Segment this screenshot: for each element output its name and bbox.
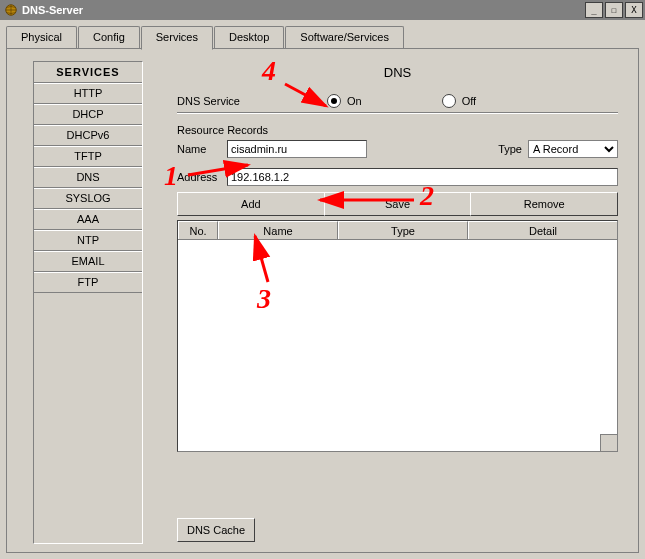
close-button[interactable]: X [625, 2, 643, 18]
sidebar-item-aaa[interactable]: AAA [34, 209, 142, 230]
col-name[interactable]: Name [218, 221, 338, 239]
col-detail[interactable]: Detail [468, 221, 617, 239]
sidebar-item-dns[interactable]: DNS [34, 167, 142, 188]
tab-strip: Physical Config Services Desktop Softwar… [6, 26, 639, 49]
services-sidebar: SERVICES HTTP DHCP DHCPv6 TFTP DNS SYSLO… [33, 61, 143, 544]
name-input[interactable] [227, 140, 367, 158]
maximize-button[interactable]: ☐ [605, 2, 623, 18]
window-title: DNS-Server [22, 4, 583, 16]
sidebar-item-dhcpv6[interactable]: DHCPv6 [34, 125, 142, 146]
tab-config[interactable]: Config [78, 26, 140, 48]
tab-software-services[interactable]: Software/Services [285, 26, 404, 48]
address-label: Address [177, 171, 227, 183]
records-section-title: Resource Records [177, 124, 618, 136]
dns-on-label: On [347, 95, 362, 107]
sidebar-item-dhcp[interactable]: DHCP [34, 104, 142, 125]
dns-service-label: DNS Service [177, 95, 327, 107]
remove-button[interactable]: Remove [470, 192, 618, 216]
sidebar-header: SERVICES [34, 62, 142, 83]
tab-physical[interactable]: Physical [6, 26, 77, 48]
title-bar: DNS-Server _ ☐ X [0, 0, 645, 20]
dns-cache-button[interactable]: DNS Cache [177, 518, 255, 542]
page-title: DNS [177, 65, 618, 80]
sidebar-item-ftp[interactable]: FTP [34, 272, 142, 293]
add-button[interactable]: Add [177, 192, 325, 216]
type-select[interactable]: A Record [528, 140, 618, 158]
separator [177, 112, 618, 114]
sidebar-item-syslog[interactable]: SYSLOG [34, 188, 142, 209]
dns-on-radio[interactable] [327, 94, 341, 108]
dns-off-radio[interactable] [442, 94, 456, 108]
scroll-corner [600, 434, 617, 451]
records-table[interactable]: No. Name Type Detail [177, 220, 618, 452]
save-button[interactable]: Save [324, 192, 472, 216]
tab-desktop[interactable]: Desktop [214, 26, 284, 48]
dns-off-label: Off [462, 95, 476, 107]
address-input[interactable] [227, 168, 618, 186]
col-type[interactable]: Type [338, 221, 468, 239]
name-label: Name [177, 143, 227, 155]
sidebar-item-email[interactable]: EMAIL [34, 251, 142, 272]
sidebar-item-tftp[interactable]: TFTP [34, 146, 142, 167]
sidebar-item-ntp[interactable]: NTP [34, 230, 142, 251]
minimize-button[interactable]: _ [585, 2, 603, 18]
type-label: Type [498, 143, 522, 155]
table-header: No. Name Type Detail [178, 221, 617, 240]
app-icon [4, 3, 18, 17]
tab-services[interactable]: Services [141, 26, 213, 50]
col-no[interactable]: No. [178, 221, 218, 239]
sidebar-item-http[interactable]: HTTP [34, 83, 142, 104]
